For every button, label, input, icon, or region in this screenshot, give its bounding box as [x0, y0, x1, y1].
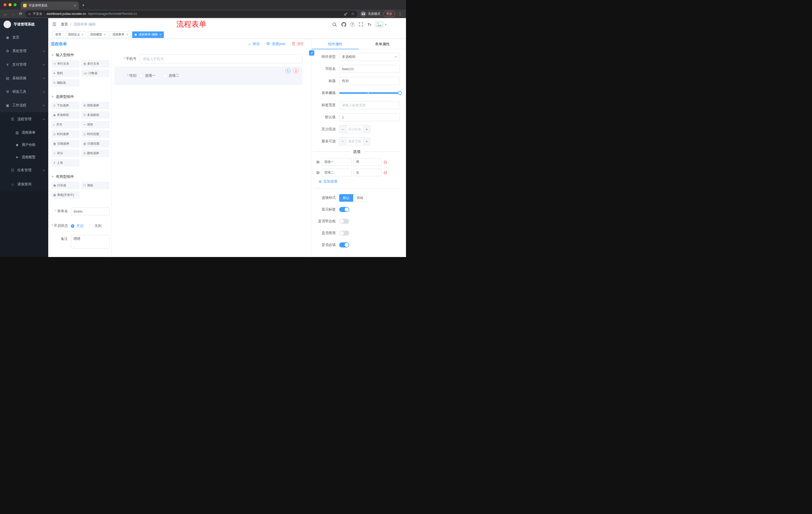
palette-item-select[interactable]: ⊙ 下拉选择	[51, 102, 79, 109]
plus-button[interactable]: +	[363, 126, 370, 133]
sidebar-item-leave-query[interactable]: ☺ 请假查询	[0, 177, 48, 191]
show-label-switch[interactable]	[339, 207, 349, 212]
option-value-input[interactable]	[353, 158, 382, 166]
sidebar-item-payment-management[interactable]: ¥ 支付管理	[0, 58, 48, 72]
sidebar-item-workflow[interactable]: ▣ 工作流程	[0, 99, 48, 112]
palette-item-time-range[interactable]: ◶ 时间范围	[81, 131, 110, 138]
fullscreen-icon[interactable]	[358, 22, 364, 27]
palette-item-switch[interactable]: ◐ 开关	[51, 121, 79, 128]
minus-button[interactable]: −	[340, 126, 346, 133]
field-name-input[interactable]	[339, 65, 400, 73]
palette-item-table[interactable]: ▦ 表格[开发中]	[51, 191, 79, 199]
palette-item-rate[interactable]: ☆ 评分	[51, 150, 79, 157]
palette-item-time-picker[interactable]: ◷ 时间选择	[51, 131, 79, 138]
gender-option-2[interactable]: 选项二	[163, 74, 179, 78]
password-key-icon[interactable]	[343, 11, 349, 17]
close-icon[interactable]: ×	[81, 33, 84, 36]
border-switch[interactable]	[339, 219, 349, 224]
window-minimize-button[interactable]	[8, 3, 11, 6]
plus-button[interactable]: +	[363, 138, 370, 145]
reload-icon[interactable]: ⟳	[18, 11, 24, 16]
form-remark-textarea[interactable]: 嘿嘿	[71, 235, 110, 248]
sidebar-item-process-form[interactable]: ▥ 流程表单	[0, 126, 48, 139]
palette-item-counter[interactable]: 123 计数器	[81, 70, 110, 77]
gender-option-1[interactable]: 选项一	[140, 74, 155, 78]
palette-item-slider[interactable]: ⊸ 滑块	[81, 121, 110, 128]
remove-option-icon[interactable]: ⊖	[383, 160, 387, 164]
form-grid-slider[interactable]	[339, 89, 400, 97]
user-avatar[interactable]: ▾	[375, 21, 386, 28]
option-style-default-button[interactable]: 默认	[339, 194, 353, 202]
min-select-input[interactable]	[346, 126, 363, 133]
gender-field-selected[interactable]: 性别 选项一 选项二	[114, 66, 302, 85]
view-json-button[interactable]: 查看json	[266, 42, 285, 46]
font-size-icon[interactable]: TT	[368, 22, 371, 27]
tag-process-definition[interactable]: 流程定义 ×	[65, 31, 86, 38]
github-icon[interactable]	[341, 22, 346, 27]
tab-form-props[interactable]: 表单属性	[359, 39, 406, 49]
sidebar-toggle-icon[interactable]: ☰	[48, 22, 59, 27]
close-icon[interactable]: ×	[126, 33, 128, 36]
slider-handle[interactable]	[398, 91, 402, 95]
palette-item-editor[interactable]: ✎ 编辑器	[51, 79, 79, 86]
link-icon[interactable]	[309, 50, 314, 56]
tag-home[interactable]: 首页	[53, 31, 64, 38]
option-drag-icon[interactable]	[316, 160, 320, 164]
close-icon[interactable]: ×	[159, 33, 162, 36]
option-style-button-button[interactable]: 按钮	[353, 194, 367, 202]
status-on-radio[interactable]	[71, 224, 75, 228]
sidebar-item-user-group[interactable]: ☻ 用户分组	[0, 139, 48, 151]
default-value-input[interactable]	[339, 113, 400, 121]
palette-item-row-container[interactable]: ▣ 行容器	[51, 182, 79, 189]
palette-item-upload[interactable]: ↥ 上传	[51, 159, 79, 166]
phone-input[interactable]	[140, 54, 302, 63]
sidebar-item-task-management[interactable]: ☷ 任务管理	[0, 163, 48, 177]
forward-icon[interactable]: →	[10, 12, 16, 16]
required-switch[interactable]	[339, 242, 349, 247]
browser-tab[interactable]: 芋道管理系统 ×	[21, 1, 79, 9]
back-icon[interactable]: ←	[2, 12, 8, 16]
save-button[interactable]: ✓ 保存	[248, 42, 260, 46]
palette-item-color-picker[interactable]: ⊚ 颜色选择	[81, 150, 110, 157]
palette-item-multi-line-text[interactable]: ▤ 多行文本	[81, 60, 110, 67]
clear-button[interactable]: 清空	[292, 42, 304, 46]
sidebar-item-home[interactable]: ◉ 首页	[0, 31, 48, 44]
close-icon[interactable]: ×	[104, 33, 106, 36]
browser-menu-icon[interactable]: ⋮	[397, 11, 404, 16]
component-type-select[interactable]: 多选框组	[339, 53, 400, 61]
new-tab-button[interactable]: +	[82, 3, 85, 8]
search-icon[interactable]	[331, 22, 337, 27]
tab-component-props[interactable]: 组件属性	[312, 39, 359, 49]
title-input[interactable]	[339, 77, 400, 85]
tag-process-form[interactable]: 流程表单 ×	[110, 31, 130, 38]
phone-field[interactable]: 手机号	[114, 54, 302, 63]
tab-close-icon[interactable]: ×	[74, 3, 76, 7]
delete-component-button[interactable]	[293, 68, 298, 74]
sidebar-item-infrastructure[interactable]: ▤ 基础设施	[0, 72, 48, 85]
option-value-input[interactable]	[353, 169, 382, 176]
palette-item-date-picker[interactable]: ▦ 日期选择	[51, 140, 79, 147]
checkbox-icon[interactable]	[163, 74, 167, 77]
add-option-button[interactable]: ⊕ 添加选项	[319, 179, 400, 184]
copy-component-button[interactable]	[285, 68, 291, 74]
window-zoom-button[interactable]	[13, 3, 17, 6]
disabled-switch[interactable]	[339, 231, 349, 236]
palette-item-date-range[interactable]: ▧ 日期范围	[81, 140, 110, 147]
palette-item-single-line-text[interactable]: ▭ 单行文本	[51, 60, 79, 67]
palette-item-button[interactable]: ☐ 按钮	[81, 182, 110, 189]
help-icon[interactable]: ?	[350, 22, 354, 27]
checkbox-icon[interactable]	[140, 74, 143, 77]
status-off-radio[interactable]	[89, 224, 92, 228]
palette-item-cascader[interactable]: ⊞ 级联选择	[81, 102, 110, 109]
label-width-input[interactable]	[339, 101, 400, 109]
url-omnibox[interactable]: ⚠ 不安全 dashboard.yudao.iocoder.cn /bpm/ma…	[25, 10, 357, 17]
sidebar-item-process-management[interactable]: ☰ 流程管理	[0, 112, 48, 126]
status-on-label[interactable]: 开启	[76, 224, 83, 228]
sidebar-logo[interactable]: 芋道管理系统	[0, 18, 48, 31]
form-name-input[interactable]	[71, 207, 110, 215]
tag-process-model[interactable]: 流程模型 ×	[88, 31, 109, 38]
option-label-input[interactable]	[322, 158, 352, 166]
sidebar-item-process-model[interactable]: ➤ 流程模型	[0, 151, 48, 163]
sidebar-item-system-management[interactable]: ⚙ 系统管理	[0, 44, 48, 58]
palette-item-checkbox-group[interactable]: ☑ 多选框组	[81, 111, 110, 119]
